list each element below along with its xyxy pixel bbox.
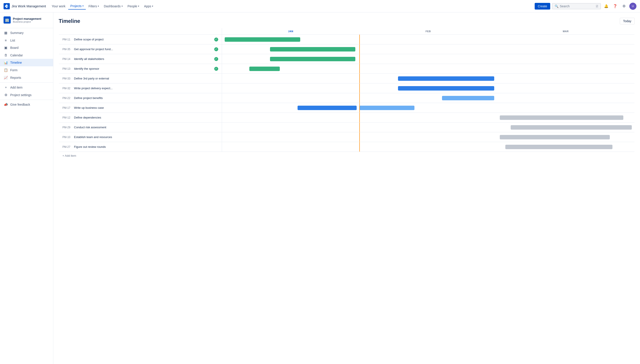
search-shortcut: / bbox=[596, 5, 598, 8]
timeline-area[interactable]: JAN FEB MAR PM-11Define scope of project… bbox=[53, 28, 640, 364]
col-feb: FEB bbox=[359, 28, 497, 34]
timeline-table: JAN FEB MAR PM-11Define scope of project… bbox=[59, 28, 635, 160]
task-cell: PM-22Define project benefits bbox=[59, 93, 222, 103]
gantt-bar[interactable] bbox=[500, 116, 623, 120]
table-row[interactable]: PM-10Establish team and resources bbox=[59, 132, 635, 142]
task-cell: PM-32Write project delivery expect... bbox=[59, 84, 222, 93]
task-id: PM-11 bbox=[62, 38, 72, 41]
create-button[interactable]: Create bbox=[535, 3, 550, 10]
task-done-icon: ✓ bbox=[214, 57, 218, 61]
task-cell: PM-35Get approval for project fund...✓ bbox=[59, 44, 222, 54]
gantt-bar[interactable] bbox=[442, 96, 494, 100]
table-row[interactable]: PM-29Conduct risk assessment bbox=[59, 122, 635, 132]
project-icon: 🏢 bbox=[4, 16, 11, 24]
give-feedback-icon: 📣 bbox=[4, 102, 8, 106]
task-id: PM-13 bbox=[62, 67, 72, 70]
add-item-cell: + Add item bbox=[59, 152, 635, 160]
task-id: PM-14 bbox=[62, 58, 72, 60]
table-row[interactable]: PM-17Write up business case bbox=[59, 103, 635, 113]
today-line bbox=[359, 122, 360, 132]
gantt-cell-feb bbox=[359, 132, 497, 142]
gantt-bar[interactable] bbox=[398, 76, 494, 81]
table-row[interactable]: PM-11Define scope of project✓ bbox=[59, 34, 635, 44]
today-line bbox=[359, 113, 360, 122]
sidebar-divider-2 bbox=[0, 82, 53, 82]
sidebar-item-label: Summary bbox=[10, 31, 24, 34]
gantt-cell-feb bbox=[359, 122, 497, 132]
gantt-cell-mar bbox=[497, 103, 634, 113]
add-item-row[interactable]: + Add item bbox=[59, 152, 635, 160]
sidebar-item-board[interactable]: ▣ Board bbox=[0, 44, 53, 52]
people-chevron-icon: ▾ bbox=[138, 5, 139, 7]
sidebar-item-list[interactable]: ≡ List bbox=[0, 36, 53, 44]
gantt-bar[interactable] bbox=[270, 57, 355, 61]
nav-filters[interactable]: Filters ▾ bbox=[86, 3, 101, 9]
summary-icon: ▦ bbox=[4, 31, 8, 35]
nav-dashboards[interactable]: Dashboards ▾ bbox=[102, 3, 125, 9]
task-id: PM-22 bbox=[62, 96, 72, 100]
gantt-bar[interactable] bbox=[398, 86, 494, 90]
sidebar-item-calendar[interactable]: 🗓 Calendar bbox=[0, 52, 53, 59]
gantt-cell-feb bbox=[359, 103, 497, 113]
logo-text: Jira Work Management bbox=[12, 4, 46, 8]
gantt-bar[interactable] bbox=[249, 66, 280, 71]
nav-people[interactable]: People ▾ bbox=[125, 3, 142, 9]
gantt-bar[interactable] bbox=[359, 106, 414, 110]
gantt-bar[interactable] bbox=[298, 106, 357, 110]
sidebar-item-project-settings[interactable]: ⚙ Project settings bbox=[0, 91, 53, 99]
table-row[interactable]: PM-35Get approval for project fund...✓ bbox=[59, 44, 635, 54]
gantt-cell-jan bbox=[222, 132, 359, 142]
today-line bbox=[359, 93, 360, 103]
sidebar-item-reports[interactable]: 📈 Reports bbox=[0, 74, 53, 82]
gantt-bar[interactable] bbox=[511, 125, 631, 130]
sidebar-item-add-item[interactable]: ＋ Add item bbox=[0, 84, 53, 91]
gantt-bar[interactable] bbox=[225, 37, 300, 42]
sidebar-item-give-feedback[interactable]: 📣 Give feedback bbox=[0, 101, 53, 108]
gantt-cell-mar bbox=[497, 34, 634, 44]
gantt-cell-jan bbox=[222, 84, 359, 93]
gantt-cell-jan bbox=[222, 113, 359, 122]
add-item-button[interactable]: + Add item bbox=[62, 154, 631, 157]
main-content: Timeline Today JAN FEB MAR bbox=[53, 12, 640, 364]
table-row[interactable]: PM-13Identify the sponsor✓ bbox=[59, 64, 635, 74]
nav-your-work[interactable]: Your work bbox=[50, 3, 68, 9]
today-line bbox=[359, 103, 360, 112]
task-name: Figure out review rounds bbox=[74, 145, 218, 148]
today-line bbox=[359, 44, 360, 54]
gantt-bar[interactable] bbox=[500, 135, 610, 140]
sidebar-item-label: List bbox=[10, 38, 15, 42]
search-box[interactable]: 🔍 Search / bbox=[552, 3, 601, 9]
sidebar-item-label: Form bbox=[10, 68, 18, 72]
project-settings-icon: ⚙ bbox=[4, 93, 8, 97]
avatar[interactable]: U bbox=[629, 3, 636, 10]
today-line bbox=[359, 84, 360, 93]
task-id: PM-29 bbox=[62, 126, 72, 129]
notifications-button[interactable]: 🔔 bbox=[603, 3, 610, 10]
task-name: Write up business case bbox=[74, 106, 218, 110]
table-row[interactable]: PM-27Figure out review rounds bbox=[59, 142, 635, 152]
nav-projects[interactable]: Projects ▾ bbox=[68, 3, 86, 10]
sidebar-item-summary[interactable]: ▦ Summary bbox=[0, 29, 53, 36]
timeline-icon: 📊 bbox=[4, 60, 8, 64]
today-button[interactable]: Today bbox=[620, 18, 635, 24]
table-row[interactable]: PM-33Define 3rd party or external bbox=[59, 74, 635, 84]
task-done-icon: ✓ bbox=[214, 47, 218, 51]
gantt-bar[interactable] bbox=[505, 145, 613, 149]
jira-logo-icon bbox=[4, 3, 10, 9]
table-row[interactable]: PM-32Write project delivery expect... bbox=[59, 84, 635, 93]
settings-button[interactable]: ⚙ bbox=[620, 3, 627, 10]
sidebar-item-timeline[interactable]: 📊 Timeline bbox=[0, 59, 53, 66]
table-row[interactable]: PM-12Define dependencies bbox=[59, 113, 635, 122]
gantt-bar[interactable] bbox=[270, 47, 355, 52]
task-id: PM-32 bbox=[62, 87, 72, 90]
table-row[interactable]: PM-14Identify all stakeholders✓ bbox=[59, 54, 635, 64]
add-item-icon: ＋ bbox=[4, 85, 8, 90]
help-button[interactable]: ❓ bbox=[611, 3, 619, 10]
nav-apps[interactable]: Apps ▾ bbox=[142, 3, 155, 9]
table-row[interactable]: PM-22Define project benefits bbox=[59, 93, 635, 103]
gantt-cell-mar bbox=[497, 122, 634, 132]
gantt-cell-mar bbox=[497, 64, 634, 74]
sidebar-divider-3 bbox=[0, 100, 53, 100]
sidebar-item-form[interactable]: 📋 Form bbox=[0, 66, 53, 74]
logo[interactable]: Jira Work Management bbox=[4, 3, 46, 9]
